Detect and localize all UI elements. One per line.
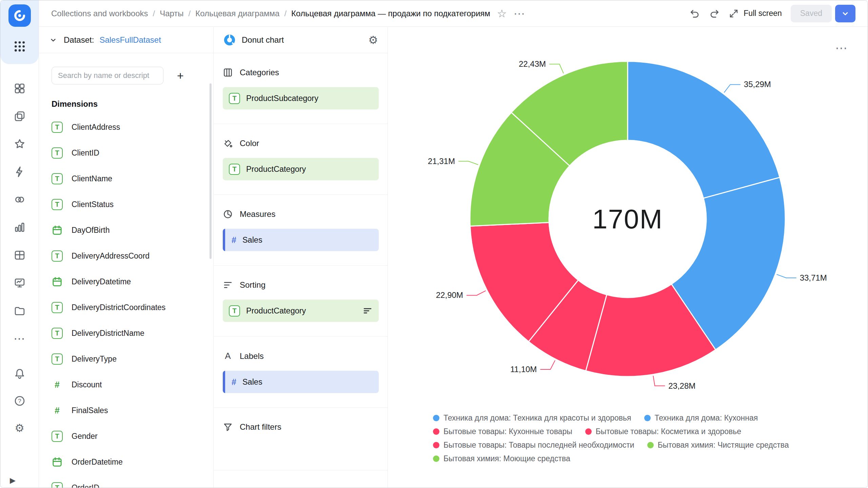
saved-button[interactable]: Saved: [791, 5, 832, 22]
field-item[interactable]: TDeliveryDistrictName: [52, 320, 213, 346]
fields-scrollbar[interactable]: [210, 83, 212, 259]
field-name: FinalSales: [72, 406, 108, 415]
field-item[interactable]: TClientName: [52, 166, 213, 191]
label-leader-line: [724, 84, 741, 93]
label-leader-line: [467, 291, 486, 296]
section-title: Categories: [240, 68, 279, 77]
number-type-icon: #: [232, 377, 236, 387]
filters-icon: [223, 422, 233, 432]
field-item[interactable]: #FinalSales: [52, 398, 213, 423]
expand-rail-icon[interactable]: ▶: [10, 476, 16, 485]
rail-bottom-nav: ? ⚙: [0, 367, 39, 435]
field-item[interactable]: DeliveryDatetime: [52, 269, 213, 294]
chevron-down-icon: [841, 9, 850, 18]
more-options-icon[interactable]: ⋯: [514, 8, 526, 19]
field-item[interactable]: TClientID: [52, 140, 213, 166]
fullscreen-button[interactable]: Full screen: [729, 8, 782, 19]
more-glyph: ⋯: [14, 333, 25, 344]
categories-field-chip[interactable]: T ProductSubcategory: [223, 87, 379, 109]
topbar: Collections and workbooks / Чарты / Коль…: [39, 0, 868, 27]
legend-item[interactable]: Бытовые товары: Кухонные товары: [433, 427, 572, 436]
number-type-icon: #: [52, 405, 63, 416]
dataset-panel: Dataset: SalesFullDataset + Dimensions T…: [39, 27, 214, 488]
field-item[interactable]: TOrderID: [52, 475, 213, 488]
legend-item[interactable]: Бытовая химия: Моющие средства: [433, 454, 570, 463]
color-icon: [223, 138, 233, 148]
rings-icon[interactable]: [12, 193, 27, 206]
section-chart-filters: Chart filters: [214, 408, 388, 470]
settings-icon[interactable]: ⚙: [12, 421, 27, 435]
field-item[interactable]: TClientAddress: [52, 114, 213, 140]
monitor-icon[interactable]: [12, 276, 27, 290]
redo-icon[interactable]: [709, 8, 720, 19]
field-name: DeliveryAddressCoord: [72, 251, 150, 261]
legend-dot: [433, 455, 439, 462]
legend-item[interactable]: Техника для дома: Кухонная: [644, 413, 758, 423]
dimensions-title: Dimensions: [52, 99, 213, 109]
chart-editor-header: Donut chart ⚙: [214, 27, 388, 53]
add-field-button[interactable]: +: [172, 67, 189, 84]
save-dropdown-button[interactable]: [835, 5, 855, 22]
field-item[interactable]: OrderDatetime: [52, 449, 213, 475]
section-color: Color T ProductCategory: [214, 124, 388, 195]
legend: Техника для дома: Техника для красоты и …: [433, 413, 823, 463]
help-icon[interactable]: ?: [12, 394, 27, 408]
table-icon[interactable]: [12, 248, 27, 262]
legend-item[interactable]: Бытовые товары: Товары последней необход…: [433, 441, 634, 450]
breadcrumb-item-charts[interactable]: Чарты: [160, 9, 183, 18]
lightning-icon[interactable]: [12, 165, 27, 179]
left-rail: ⋯ ? ⚙ ▶: [0, 0, 39, 488]
folder-icon[interactable]: [12, 304, 27, 318]
field-item[interactable]: TClientStatus: [52, 191, 213, 217]
field-item[interactable]: TDeliveryAddressCoord: [52, 243, 213, 269]
star-nav-icon[interactable]: [12, 137, 27, 151]
legend-item[interactable]: Бытовые товары: Косметика и здоровье: [585, 427, 741, 436]
dataset-name-link[interactable]: SalesFullDataset: [99, 35, 161, 45]
breadcrumb: Collections and workbooks / Чарты / Коль…: [51, 9, 490, 18]
datalens-logo-icon[interactable]: [8, 4, 31, 27]
text-type-icon: T: [52, 328, 63, 339]
chip-label: ProductCategory: [246, 165, 306, 174]
field-item[interactable]: TDeliveryType: [52, 346, 213, 372]
donut-total-label: 170M: [592, 204, 663, 234]
svg-text:?: ?: [18, 398, 21, 404]
more-nav-icon[interactable]: ⋯: [12, 332, 27, 345]
section-categories: Categories T ProductSubcategory: [214, 53, 388, 124]
dataset-selector[interactable]: Dataset: SalesFullDataset: [39, 27, 213, 53]
text-type-icon: T: [229, 305, 240, 317]
fullscreen-label: Full screen: [744, 9, 782, 18]
layers-icon[interactable]: [12, 109, 27, 123]
legend-dot: [647, 442, 654, 448]
page-title: Кольцевая диаграмма — продажи по подкате…: [291, 9, 490, 18]
favorite-star-icon[interactable]: ☆: [497, 8, 507, 19]
section-title: Chart filters: [240, 422, 281, 432]
categories-icon: [223, 67, 233, 78]
breadcrumb-item-donut[interactable]: Кольцевая диаграмма: [195, 9, 279, 18]
field-item[interactable]: DayOfBirth: [52, 217, 213, 243]
field-item[interactable]: #Discount: [52, 372, 213, 398]
field-name: ClientAddress: [72, 123, 120, 132]
save-controls: Saved: [791, 5, 855, 22]
squares-grid-icon[interactable]: [12, 82, 27, 95]
measures-field-chip[interactable]: # Sales: [223, 229, 379, 251]
color-field-chip[interactable]: T ProductCategory: [223, 158, 379, 180]
field-item[interactable]: TGender: [52, 423, 213, 449]
breadcrumb-item-collections[interactable]: Collections and workbooks: [51, 9, 148, 18]
chart-settings-gear-icon[interactable]: ⚙: [368, 34, 378, 46]
sort-direction-icon[interactable]: [362, 306, 373, 316]
field-item[interactable]: TDeliveryDistrictCoordinates: [52, 294, 213, 320]
sorting-field-chip[interactable]: T ProductCategory: [223, 300, 379, 322]
breadcrumb-separator: /: [153, 9, 155, 18]
bar-chart-icon[interactable]: [12, 221, 27, 234]
field-name: ClientName: [72, 174, 112, 183]
slice-value-label: 33,71M: [800, 273, 827, 282]
fullscreen-icon: [729, 8, 739, 19]
search-input[interactable]: [52, 67, 163, 84]
chart-editor-panel: Donut chart ⚙ Categories T ProductSubcat…: [214, 27, 388, 488]
apps-grid-icon[interactable]: [13, 40, 26, 55]
legend-item[interactable]: Техника для дома: Техника для красоты и …: [433, 413, 631, 423]
legend-item[interactable]: Бытовая химия: Чистящие средства: [647, 441, 789, 450]
labels-field-chip[interactable]: # Sales: [223, 371, 379, 393]
bell-icon[interactable]: [12, 367, 27, 381]
undo-icon[interactable]: [689, 8, 700, 19]
